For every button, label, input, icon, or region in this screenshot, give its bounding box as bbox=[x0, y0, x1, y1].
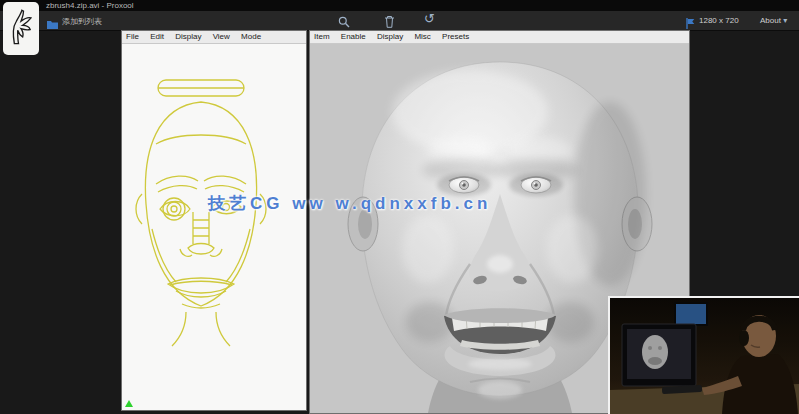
menu-item-presets[interactable]: Presets bbox=[442, 32, 469, 41]
menu-item-display[interactable]: Display bbox=[377, 32, 403, 41]
left-panel-menubar: File Edit Display View Mode bbox=[122, 31, 306, 44]
about-button[interactable]: About ▾ bbox=[760, 16, 787, 25]
menu-item-misc[interactable]: Misc bbox=[414, 32, 430, 41]
menu-item-enable[interactable]: Enable bbox=[341, 32, 366, 41]
app-toolbar: 添加到列表 ↺ 1280 x 720 About ▾ bbox=[0, 11, 799, 31]
menu-item-mode[interactable]: Mode bbox=[241, 32, 261, 41]
watermark-text: 技艺CG ww w.qdnxxfb.cn bbox=[208, 192, 491, 215]
menu-item-item[interactable]: Item bbox=[314, 32, 330, 41]
right-panel-menubar: Item Enable Display Misc Presets bbox=[310, 31, 689, 44]
screen-recording-frame: zbrush4.zip.avi - Proxool 添加到列表 ↺ bbox=[0, 0, 799, 414]
menu-item-file[interactable]: File bbox=[126, 32, 139, 41]
window-titlebar: zbrush4.zip.avi - Proxool bbox=[0, 0, 799, 11]
folder-icon[interactable] bbox=[47, 15, 58, 33]
about-label: About bbox=[760, 16, 781, 25]
window-title: zbrush4.zip.avi - Proxool bbox=[46, 1, 134, 10]
instructor-pip-video[interactable] bbox=[608, 296, 799, 414]
undo-icon[interactable]: ↺ bbox=[424, 12, 435, 25]
menu-item-view[interactable]: View bbox=[213, 32, 230, 41]
curve-editor-panel: File Edit Display View Mode bbox=[121, 30, 307, 411]
chevron-down-icon: ▾ bbox=[783, 16, 787, 25]
menu-item-display[interactable]: Display bbox=[175, 32, 201, 41]
pip-scene bbox=[610, 298, 799, 414]
hand-logo-icon bbox=[6, 4, 36, 54]
channel-logo bbox=[3, 2, 39, 55]
playlist-label[interactable]: 添加到列表 bbox=[62, 16, 102, 27]
status-marker-green bbox=[125, 400, 133, 407]
menu-item-edit[interactable]: Edit bbox=[150, 32, 164, 41]
face-curves-canvas[interactable] bbox=[122, 44, 306, 409]
resolution-readout: 1280 x 720 bbox=[699, 16, 739, 25]
